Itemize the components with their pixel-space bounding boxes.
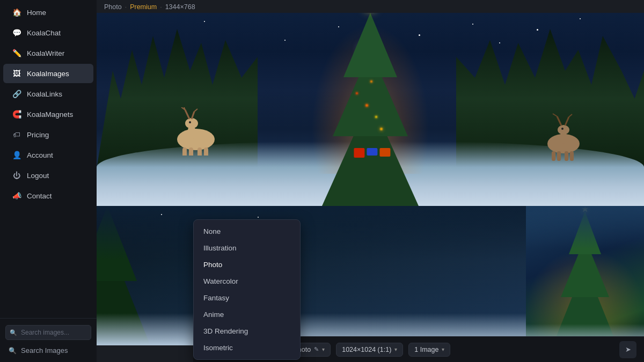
top-image[interactable]: ★ bbox=[97, 13, 644, 206]
search-images-label: Search Images bbox=[21, 346, 68, 354]
sidebar-item-label: Contact bbox=[27, 192, 52, 200]
sidebar-item-pricing[interactable]: 🏷 Pricing bbox=[3, 125, 93, 144]
sidebar-item-label: Account bbox=[27, 151, 53, 159]
svg-line-18 bbox=[565, 117, 569, 125]
svg-point-24 bbox=[561, 128, 564, 130]
sidebar-item-koalamagnets[interactable]: 🧲 KoalaMagnets bbox=[3, 105, 93, 124]
sky-star bbox=[472, 24, 473, 25]
sidebar-item-logout[interactable]: ⏻ Logout bbox=[3, 166, 93, 185]
dropdown-item-none[interactable]: None bbox=[194, 223, 300, 240]
deer-right bbox=[537, 113, 590, 163]
sky-star bbox=[537, 29, 538, 31]
svg-rect-22 bbox=[565, 151, 568, 161]
sky-star bbox=[580, 18, 581, 19]
separator: · bbox=[125, 3, 127, 11]
style-dropdown[interactable]: None Illustration Photo Watercolor Fanta… bbox=[193, 219, 301, 360]
send-icon: ➤ bbox=[625, 345, 631, 353]
svg-rect-11 bbox=[204, 147, 208, 156]
sidebar-item-label: Home bbox=[27, 9, 46, 17]
dropdown-item-illustration[interactable]: Illustration bbox=[194, 240, 300, 256]
sky-star bbox=[499, 42, 500, 43]
sky-star bbox=[204, 21, 205, 22]
sidebar-item-label: Pricing bbox=[27, 131, 49, 139]
dropdown-item-watercolor[interactable]: Watercolor bbox=[194, 273, 300, 290]
svg-point-2 bbox=[185, 118, 198, 129]
bottom-image-right[interactable]: ★ bbox=[526, 206, 644, 345]
images-icon: 🖼 bbox=[12, 69, 21, 78]
sidebar-item-label: KoalaWriter bbox=[27, 49, 64, 57]
account-icon: 👤 bbox=[12, 150, 21, 160]
svg-rect-9 bbox=[189, 147, 193, 156]
sky-star bbox=[284, 40, 286, 41]
sidebar-item-label: Logout bbox=[27, 172, 49, 180]
search-icon: 🔍 bbox=[10, 329, 17, 336]
sidebar-item-label: KoalaLinks bbox=[27, 90, 62, 98]
separator2: · bbox=[160, 3, 162, 11]
search-input-wrap: 🔍 bbox=[5, 325, 91, 340]
dropdown-item-anime[interactable]: Anime bbox=[194, 306, 300, 323]
image-grid-area: ★ bbox=[97, 13, 644, 362]
svg-rect-20 bbox=[552, 151, 555, 161]
sidebar-item-home[interactable]: 🏠 Home bbox=[3, 3, 93, 22]
dropdown-item-fantasy[interactable]: Fantasy bbox=[194, 290, 300, 306]
chat-icon: 💬 bbox=[12, 28, 21, 38]
size-select[interactable]: 1024×1024 (1:1) ▾ bbox=[336, 343, 403, 357]
sidebar-item-koalalinks[interactable]: 🔗 KoalaLinks bbox=[3, 84, 93, 104]
sky-star-bl bbox=[161, 214, 162, 215]
dropdown-item-isometric[interactable]: Isometric bbox=[194, 339, 300, 356]
svg-rect-10 bbox=[197, 147, 202, 156]
sky-star bbox=[338, 26, 339, 27]
sidebar-item-koalachat[interactable]: 💬 KoalaChat bbox=[3, 23, 93, 42]
sidebar: 🏠 Home 💬 KoalaChat ✏️ KoalaWriter 🖼 Koal… bbox=[0, 0, 97, 362]
pricing-icon: 🏷 bbox=[12, 130, 21, 139]
links-icon: 🔗 bbox=[12, 89, 21, 99]
sidebar-bottom: 🔍 🔍 Search Images bbox=[0, 318, 97, 358]
bottom-image-left[interactable] bbox=[97, 206, 526, 345]
light-dot bbox=[365, 104, 368, 107]
sky-star bbox=[419, 34, 420, 36]
light-dot bbox=[375, 116, 377, 118]
logout-icon: ⏻ bbox=[12, 171, 21, 180]
sidebar-item-koalawriter[interactable]: ✏️ KoalaWriter bbox=[3, 43, 93, 63]
dropdown-item-photo[interactable]: Photo bbox=[194, 256, 300, 273]
send-button[interactable]: ➤ bbox=[619, 341, 636, 358]
search-images-icon: 🔍 bbox=[9, 347, 17, 354]
dropdown-item-3d-rendering[interactable]: 3D Rendering bbox=[194, 323, 300, 339]
sidebar-item-label: KoalaChat bbox=[27, 29, 61, 37]
br-sky bbox=[526, 206, 644, 249]
svg-line-3 bbox=[185, 110, 189, 119]
lights-container bbox=[322, 45, 419, 163]
writer-icon: ✏️ bbox=[12, 48, 21, 58]
svg-line-19 bbox=[569, 114, 572, 117]
magnets-icon: 🧲 bbox=[12, 109, 21, 119]
top-image-bg: ★ bbox=[97, 13, 644, 206]
search-area: 🔍 bbox=[0, 321, 97, 343]
size-select-chevron: ▾ bbox=[394, 346, 397, 352]
svg-rect-23 bbox=[570, 151, 574, 161]
svg-point-12 bbox=[189, 121, 191, 123]
light-dot bbox=[356, 92, 358, 94]
search-input[interactable] bbox=[5, 325, 91, 340]
main-content: Photo · Premium · 1344×768 bbox=[97, 0, 644, 362]
search-images-item[interactable]: 🔍 Search Images bbox=[0, 343, 97, 358]
bottom-row: ★ bbox=[97, 206, 644, 345]
sky-star-bl3 bbox=[258, 217, 259, 218]
contact-icon: 📣 bbox=[12, 191, 21, 201]
svg-line-7 bbox=[194, 109, 197, 112]
gift-orange bbox=[379, 148, 390, 157]
svg-line-16 bbox=[557, 116, 561, 125]
sidebar-item-account[interactable]: 👤 Account bbox=[3, 145, 93, 165]
image-top-label: Photo · Premium · 1344×768 bbox=[97, 0, 644, 13]
sidebar-nav: 🏠 Home 💬 KoalaChat ✏️ KoalaWriter 🖼 Koal… bbox=[0, 0, 97, 316]
dimensions-label: 1344×768 bbox=[165, 3, 195, 11]
light-dot bbox=[370, 80, 372, 83]
svg-line-17 bbox=[553, 114, 557, 116]
prompt-input[interactable] bbox=[538, 345, 614, 353]
photo-type-label: Photo bbox=[104, 3, 122, 11]
gifts bbox=[354, 148, 390, 158]
svg-point-15 bbox=[558, 125, 569, 135]
sidebar-item-koalaimages[interactable]: 🖼 KoalaImages bbox=[3, 64, 93, 83]
count-select[interactable]: 1 Image ▾ bbox=[408, 343, 450, 357]
svg-rect-21 bbox=[557, 151, 561, 161]
sidebar-item-contact[interactable]: 📣 Contact bbox=[3, 186, 93, 205]
